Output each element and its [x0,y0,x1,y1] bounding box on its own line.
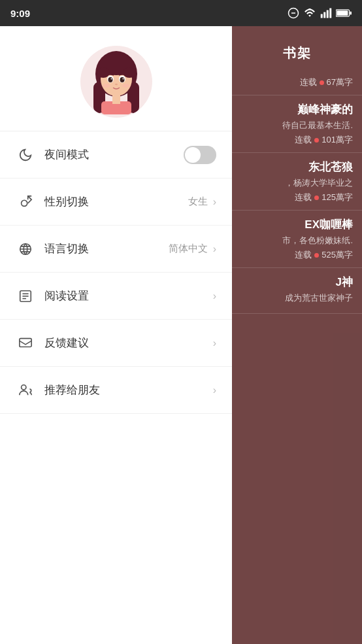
feedback-label: 反馈建议 [44,335,213,350]
svg-rect-4 [327,10,329,18]
globe-icon [16,239,35,259]
book-wordcount-4: 525萬字 [321,249,353,261]
book-dot-2 [314,138,319,143]
main-layout: 夜间模式 性别切换 女生 › [0,26,362,644]
status-time: 9:09 [10,8,30,19]
battery-icon [336,8,352,18]
svg-rect-3 [323,12,325,18]
recommend-arrow-icon: › [213,384,216,396]
book-meta-2: 连载 101萬字 [241,134,353,146]
svg-point-27 [22,200,27,206]
status-icons [288,7,352,19]
svg-point-19 [120,77,124,82]
book-meta-3: 连载 125萬字 [241,192,353,203]
book-desc-2: 待自己最基本生活. [241,120,353,131]
svg-point-23 [103,84,110,88]
reading-icon [16,286,35,306]
book-desc-5: 成为荒古世家神子 [241,292,353,304]
svg-point-24 [122,84,130,88]
book-meta-1: 连载 67萬字 [241,76,353,88]
gender-value: 女生 [188,195,208,208]
svg-point-14 [97,67,110,78]
book-title-2: 巅峰神豪的 [241,102,353,117]
book-dot-3 [314,195,319,200]
menu-item-night-mode[interactable]: 夜间模式 [0,131,232,178]
book-item-1[interactable]: 连载 67萬字 [232,70,362,95]
book-title-5: J神 [241,275,353,290]
svg-rect-34 [20,338,31,347]
left-panel: 夜间模式 性别切换 女生 › [0,26,232,644]
book-wordcount-2: 101萬字 [321,134,353,146]
night-mode-label: 夜间模式 [44,147,184,162]
svg-point-35 [22,384,26,389]
wifi-icon [303,7,316,19]
book-item-4[interactable]: EX咖喱棒 市，各色粉嫩妹纸. 连载 525萬字 [232,211,362,268]
book-status-2: 连载 [295,134,312,146]
reading-label: 阅读设置 [44,288,213,303]
svg-rect-5 [329,8,331,18]
menu-item-recommend[interactable]: 推荐给朋友 › [0,367,232,414]
avatar-section[interactable] [0,26,232,131]
right-panel: 书架 连载 67萬字 巅峰神豪的 待自己最基本生活. 连载 101萬字 [232,26,362,644]
gender-arrow-icon: › [213,196,216,208]
book-item-3[interactable]: 东北苍狼 ，杨涛大学毕业之 连载 125萬字 [232,153,362,211]
book-dot-4 [314,253,319,258]
svg-point-22 [115,84,118,85]
book-dot-1 [320,80,324,85]
avatar-image [87,49,146,114]
svg-point-18 [108,77,112,82]
book-status-4: 连载 [295,249,312,261]
svg-rect-2 [321,14,323,18]
feedback-icon [16,333,35,353]
shelf-title: 书架 [232,33,362,70]
gender-icon [16,192,35,212]
language-label: 语言切换 [44,241,169,256]
moon-icon [16,145,35,165]
menu-item-reading[interactable]: 阅读设置 › [0,273,232,320]
book-item-5[interactable]: J神 成为荒古世家神子 [232,268,362,314]
book-status-3: 连载 [295,192,312,203]
gender-label: 性别切换 [44,194,188,209]
svg-point-20 [110,78,112,80]
bookshelf-content: 书架 连载 67萬字 巅峰神豪的 待自己最基本生活. 连载 101萬字 [232,26,362,320]
minus-circle-icon [288,7,299,19]
status-bar: 9:09 [0,0,362,26]
night-mode-toggle[interactable] [184,146,216,164]
menu-item-feedback[interactable]: 反馈建议 › [0,320,232,367]
book-title-3: 东北苍狼 [241,160,353,175]
svg-rect-8 [350,11,352,14]
book-title-4: EX咖喱棒 [241,217,353,232]
menu-item-gender[interactable]: 性别切换 女生 › [0,178,232,226]
svg-point-21 [122,78,123,80]
language-arrow-icon: › [213,243,216,255]
reading-arrow-icon: › [213,290,216,302]
feedback-arrow-icon: › [213,337,216,349]
menu-list: 夜间模式 性别切换 女生 › [0,131,232,644]
people-icon [16,381,35,400]
svg-point-15 [123,67,136,78]
book-wordcount-1: 67萬字 [327,76,353,88]
book-desc-4: 市，各色粉嫩妹纸. [241,235,353,246]
book-meta-4: 连载 525萬字 [241,249,353,261]
book-status-1: 连载 [300,76,317,88]
book-desc-3: ，杨涛大学毕业之 [241,177,353,189]
book-wordcount-3: 125萬字 [321,192,353,203]
avatar[interactable] [80,46,152,118]
svg-rect-7 [337,10,348,16]
recommend-label: 推荐给朋友 [44,382,213,398]
language-value: 简体中文 [169,243,208,255]
svg-rect-26 [112,93,120,104]
signal-icon [320,7,332,19]
book-item-2[interactable]: 巅峰神豪的 待自己最基本生活. 连载 101萬字 [232,95,362,153]
menu-item-language[interactable]: 语言切换 简体中文 › [0,226,232,273]
